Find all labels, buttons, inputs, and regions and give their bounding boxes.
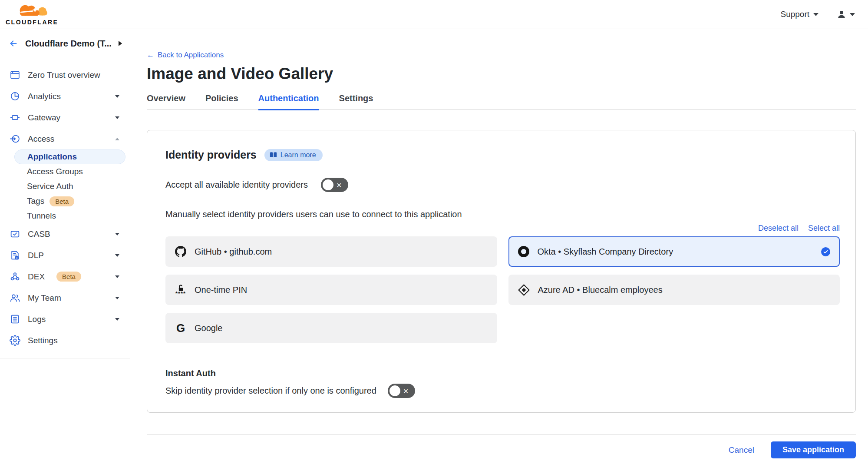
chevron-down-icon xyxy=(813,13,818,19)
sidebar-item-my-team[interactable]: My Team xyxy=(0,287,130,308)
document-lock-icon xyxy=(10,250,20,261)
provider-tile-azure-ad[interactable]: Azure AD • Bluecalm employees xyxy=(508,275,840,305)
tab-policies[interactable]: Policies xyxy=(205,93,238,109)
chevron-up-icon xyxy=(115,136,119,140)
provider-tile-google[interactable]: G Google xyxy=(165,313,497,343)
identity-providers-card: Identity providers Learn more Accept all… xyxy=(147,130,856,413)
tab-bar: Overview Policies Authentication Setting… xyxy=(147,93,856,110)
manual-select-text: Manually select identity providers users… xyxy=(165,209,840,219)
footer-divider xyxy=(147,434,856,435)
chevron-down-icon xyxy=(850,13,855,19)
sidebar-item-label: DEX xyxy=(28,272,45,282)
sidebar-item-tunnels[interactable]: Tunnels xyxy=(14,209,125,223)
sidebar-item-label: Settings xyxy=(28,336,58,345)
cloudflare-wordmark: CLOUDFLARE xyxy=(6,19,58,25)
provider-tile-okta[interactable]: Okta • Skyflash Company Directory xyxy=(508,236,840,267)
skip-toggle[interactable]: × xyxy=(388,384,415,398)
toggle-x-icon: × xyxy=(337,181,342,189)
sidebar-item-label: Zero Trust overview xyxy=(28,70,100,80)
sidebar-item-access-groups[interactable]: Access Groups xyxy=(14,164,125,179)
provider-name: Google xyxy=(195,323,223,333)
cloudflare-logo[interactable]: CLOUDFLARE xyxy=(6,4,58,25)
chevron-down-icon xyxy=(115,254,119,259)
provider-grid: GitHub • github.com Okta • Skyflash Comp… xyxy=(165,236,840,343)
sidebar-item-access[interactable]: Access xyxy=(0,128,130,149)
accept-all-toggle[interactable]: × xyxy=(321,178,348,192)
sidebar-item-label: DLP xyxy=(28,251,44,260)
sidebar-item-analytics[interactable]: Analytics xyxy=(0,86,130,107)
sidebar: Cloudflare Demo (T... Zero Trust overvie… xyxy=(0,29,130,461)
skip-toggle-label: Skip identity provider selection if only… xyxy=(165,386,376,396)
cloudflare-cloud-icon xyxy=(10,4,55,19)
sidebar-nav: Zero Trust overview Analytics Gateway xyxy=(0,58,130,358)
expand-right-icon[interactable] xyxy=(119,41,125,46)
provider-name: Okta • Skyflash Company Directory xyxy=(538,247,673,257)
sidebar-item-logs[interactable]: Logs xyxy=(0,308,130,330)
sidebar-item-label: CASB xyxy=(28,229,50,239)
one-time-pin-icon: **** xyxy=(175,285,186,295)
sidebar-subitem-label: Tunnels xyxy=(27,211,56,221)
sidebar-item-label: Access xyxy=(28,134,54,144)
sidebar-item-zero-trust-overview[interactable]: Zero Trust overview xyxy=(0,64,130,86)
google-icon: G xyxy=(175,322,186,335)
sidebar-item-label: Analytics xyxy=(28,92,61,101)
provider-name: One-time PIN xyxy=(195,285,247,295)
tab-settings[interactable]: Settings xyxy=(339,93,373,109)
sidebar-item-label: Logs xyxy=(28,315,46,324)
sidebar-item-dlp[interactable]: DLP xyxy=(0,245,130,266)
provider-tile-github[interactable]: GitHub • github.com xyxy=(165,236,497,267)
footer-actions: Cancel Save application xyxy=(147,441,856,458)
accept-all-label: Accept all available identity providers xyxy=(165,180,308,190)
people-icon xyxy=(10,292,20,303)
back-to-applications-link[interactable]: ← Back to Applications xyxy=(147,51,224,60)
pie-chart-icon xyxy=(10,91,20,102)
toggle-knob xyxy=(389,385,400,396)
left-arrow-icon: ← xyxy=(147,51,154,60)
provider-tile-one-time-pin[interactable]: **** One-time PIN xyxy=(165,275,497,305)
save-application-button[interactable]: Save application xyxy=(771,441,856,458)
sidebar-item-service-auth[interactable]: Service Auth xyxy=(14,179,125,194)
window-icon xyxy=(10,70,20,80)
okta-icon xyxy=(518,246,529,257)
sidebar-subitem-label: Access Groups xyxy=(27,167,83,176)
sidebar-subitem-label: Service Auth xyxy=(27,182,73,191)
sidebar-item-dex[interactable]: DEX Beta xyxy=(0,266,130,287)
beta-badge: Beta xyxy=(50,196,74,206)
chevron-down-icon xyxy=(115,233,119,238)
chevron-down-icon xyxy=(115,297,119,302)
sidebar-divider xyxy=(0,358,130,358)
chevron-down-icon xyxy=(115,275,119,280)
sidebar-item-tags[interactable]: Tags Beta xyxy=(14,194,125,209)
chevron-down-icon xyxy=(115,95,119,100)
sidebar-subitem-label: Applications xyxy=(27,152,77,162)
back-link-label: Back to Applications xyxy=(158,51,224,60)
beta-badge: Beta xyxy=(56,272,81,282)
select-all-link[interactable]: Select all xyxy=(808,224,840,233)
cancel-button[interactable]: Cancel xyxy=(729,445,754,455)
instant-auth-heading: Instant Auth xyxy=(165,368,840,378)
sidebar-item-label: Gateway xyxy=(28,113,60,123)
sidebar-subitem-label: Tags xyxy=(27,196,44,206)
support-menu[interactable]: Support xyxy=(780,10,818,19)
user-icon xyxy=(837,10,846,19)
back-arrow-icon[interactable] xyxy=(9,39,18,48)
tab-overview[interactable]: Overview xyxy=(147,93,185,109)
sidebar-item-gateway[interactable]: Gateway xyxy=(0,107,130,128)
provider-name: Azure AD • Bluecalm employees xyxy=(538,285,663,295)
gear-icon xyxy=(10,335,20,346)
account-menu[interactable] xyxy=(837,10,855,19)
access-icon xyxy=(10,133,20,144)
book-icon xyxy=(270,152,277,158)
chevron-down-icon xyxy=(115,116,119,121)
deselect-all-link[interactable]: Deselect all xyxy=(758,224,799,233)
tab-authentication[interactable]: Authentication xyxy=(258,93,319,110)
learn-more-badge[interactable]: Learn more xyxy=(264,149,323,161)
cluster-icon xyxy=(10,271,20,282)
sidebar-item-applications[interactable]: Applications xyxy=(14,149,125,164)
sidebar-item-label: My Team xyxy=(28,293,61,303)
learn-more-label: Learn more xyxy=(281,151,316,159)
top-bar: CLOUDFLARE Support xyxy=(0,0,868,29)
github-icon xyxy=(175,246,186,257)
sidebar-item-settings[interactable]: Settings xyxy=(0,330,130,351)
sidebar-item-casb[interactable]: CASB xyxy=(0,223,130,245)
